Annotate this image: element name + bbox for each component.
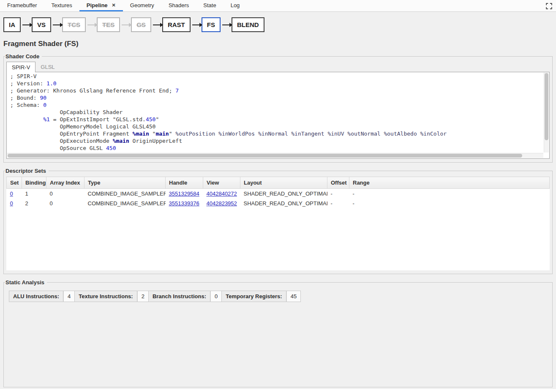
code-line: OpCapability Shader	[10, 109, 541, 116]
cell-offset: -	[327, 189, 349, 199]
cell-binding: 1	[22, 189, 46, 199]
code-line: ; Version: 1.0	[10, 80, 541, 87]
pipeline-arrow	[192, 24, 200, 25]
stat-value: 45	[286, 291, 301, 302]
stat-label: Branch Instructions:	[148, 291, 210, 302]
tab-label: Shaders	[169, 2, 189, 8]
stat-value: 2	[137, 291, 149, 302]
pipeline-arrow	[53, 24, 60, 25]
code-line: ; Bound: 90	[10, 94, 541, 101]
horizontal-scrollbar-thumb[interactable]	[8, 154, 522, 158]
cell-offset: -	[327, 199, 349, 208]
cell-handle: 3551339376	[166, 199, 203, 208]
set-link[interactable]: 0	[10, 191, 13, 197]
tab-framebuffer[interactable]: Framebuffer	[0, 0, 44, 11]
cell-binding: 2	[22, 199, 46, 208]
descriptor-sets-table-host: SetBindingArray IndexTypeHandleViewLayou…	[6, 177, 550, 270]
descriptor-row: 020COMBINED_IMAGE_SAMPLER355133937640428…	[7, 199, 550, 208]
column-header-view[interactable]: View	[203, 177, 240, 189]
handle-link[interactable]: 3551329584	[169, 191, 199, 197]
static-analysis-host: ALU Instructions:4Texture Instructions:2…	[6, 287, 550, 384]
cell-layout: SHADER_READ_ONLY_OPTIMAL	[240, 199, 327, 208]
cell-type: COMBINED_IMAGE_SAMPLER	[84, 199, 166, 208]
cell-range: -	[349, 199, 550, 208]
cell-view: 4042823952	[203, 199, 240, 208]
spirv-disassembly: ; SPIR-V; Version: 1.0; Generator: Khron…	[8, 73, 543, 153]
stat-temporary-registers: Temporary Registers:45	[221, 291, 301, 302]
view-link[interactable]: 4042840272	[207, 191, 237, 197]
tab-geometry[interactable]: Geometry	[123, 0, 161, 11]
page-title: Fragment Shader (FS)	[3, 40, 553, 48]
descriptor-sets-group: Descriptor Sets SetBindingArray IndexTyp…	[3, 168, 553, 274]
shader-tab-spir-v[interactable]: SPIR-V	[6, 62, 35, 72]
column-header-offset[interactable]: Offset	[327, 177, 349, 189]
column-header-type[interactable]: Type	[84, 177, 166, 189]
descriptor-sets-group-title: Descriptor Sets	[5, 168, 49, 174]
tab-label: Pipeline	[87, 2, 108, 8]
shader-code-group-title: Shader Code	[5, 53, 42, 60]
shader-tab-glsl[interactable]: GLSL	[35, 62, 60, 72]
view-link[interactable]: 4042823952	[207, 200, 237, 207]
column-header-array-index[interactable]: Array Index	[46, 177, 84, 189]
pipeline-stage-tcs[interactable]: TCS	[62, 17, 86, 32]
tab-textures[interactable]: Textures	[44, 0, 79, 11]
vertical-scrollbar-thumb[interactable]	[545, 73, 548, 140]
code-vertical-scrollbar[interactable]	[544, 73, 549, 152]
cell-view: 4042840272	[203, 189, 240, 199]
pipeline-stage-blend[interactable]: BLEND	[232, 17, 264, 32]
tab-strip: FramebufferTexturesPipeline✕GeometryShad…	[0, 0, 247, 11]
shader-code-viewer[interactable]: ; SPIR-V; Version: 1.0; Generator: Khron…	[6, 72, 550, 159]
code-line: OpExecutionMode %main OriginUpperLeft	[10, 137, 541, 144]
stat-alu-instructions: ALU Instructions:4	[9, 291, 75, 302]
pipeline-arrow	[87, 24, 95, 25]
static-analysis-group-title: Static Analysis	[5, 279, 47, 286]
pipeline-stage-gs[interactable]: GS	[131, 17, 151, 32]
code-line: ; Schema: 0	[10, 101, 541, 109]
tab-pipeline[interactable]: Pipeline✕	[79, 0, 123, 11]
code-line: OpMemoryModel Logical GLSL450	[10, 123, 541, 130]
code-line: OpEntryPoint Fragment %main "main" %outP…	[10, 130, 541, 137]
code-horizontal-scrollbar[interactable]	[7, 153, 543, 158]
cell-array-index: 0	[46, 199, 84, 208]
static-analysis-group: Static Analysis ALU Instructions:4Textur…	[3, 279, 553, 387]
tab-label: State	[203, 2, 216, 8]
cell-array-index: 0	[46, 189, 84, 199]
column-header-layout[interactable]: Layout	[240, 177, 327, 189]
pipeline-stage-tes[interactable]: TES	[97, 17, 120, 32]
pipeline-stage-vs[interactable]: VS	[32, 17, 51, 32]
cell-set: 0	[7, 199, 22, 208]
cell-layout: SHADER_READ_ONLY_OPTIMAL	[240, 189, 327, 199]
column-header-range[interactable]: Range	[349, 177, 550, 189]
tab-state[interactable]: State	[196, 0, 223, 11]
code-line: %1 = OpExtInstImport "GLSL.std.450"	[10, 116, 541, 123]
shader-code-group: Shader Code SPIR-VGLSL ; SPIR-V; Version…	[3, 53, 553, 163]
code-line: ; Generator: Khronos Glslang Reference F…	[10, 87, 541, 94]
pipeline-arrow	[22, 24, 30, 25]
cell-range: -	[349, 189, 550, 199]
window-tab-bar: FramebufferTexturesPipeline✕GeometryShad…	[0, 0, 556, 12]
pipeline-stage-ia[interactable]: IA	[3, 17, 21, 32]
descriptor-row: 010COMBINED_IMAGE_SAMPLER355132958440428…	[7, 189, 550, 199]
tab-shaders[interactable]: Shaders	[161, 0, 196, 11]
stat-label: Texture Instructions:	[74, 291, 137, 302]
tab-log[interactable]: Log	[223, 0, 247, 11]
pipeline-arrow	[122, 24, 129, 25]
stat-branch-instructions: Branch Instructions:0	[148, 291, 222, 302]
column-header-handle[interactable]: Handle	[166, 177, 203, 189]
pipeline-stage-fs[interactable]: FS	[202, 17, 221, 32]
pipeline-stage-rast[interactable]: RAST	[162, 17, 191, 32]
handle-link[interactable]: 3551339376	[169, 200, 199, 207]
column-header-set[interactable]: Set	[7, 177, 22, 189]
fullscreen-icon[interactable]	[545, 2, 553, 10]
set-link[interactable]: 0	[10, 200, 13, 207]
cell-type: COMBINED_IMAGE_SAMPLER	[84, 189, 166, 199]
descriptor-sets-table: SetBindingArray IndexTypeHandleViewLayou…	[6, 177, 550, 208]
cell-handle: 3551329584	[166, 189, 203, 199]
tab-label: Framebuffer	[7, 2, 37, 8]
tab-close-icon[interactable]: ✕	[112, 3, 116, 8]
column-header-binding[interactable]: Binding	[22, 177, 46, 189]
code-line: ; SPIR-V	[10, 73, 541, 80]
table-header-row: SetBindingArray IndexTypeHandleViewLayou…	[7, 177, 550, 189]
stat-label: ALU Instructions:	[9, 291, 63, 302]
stat-value: 0	[210, 291, 222, 302]
